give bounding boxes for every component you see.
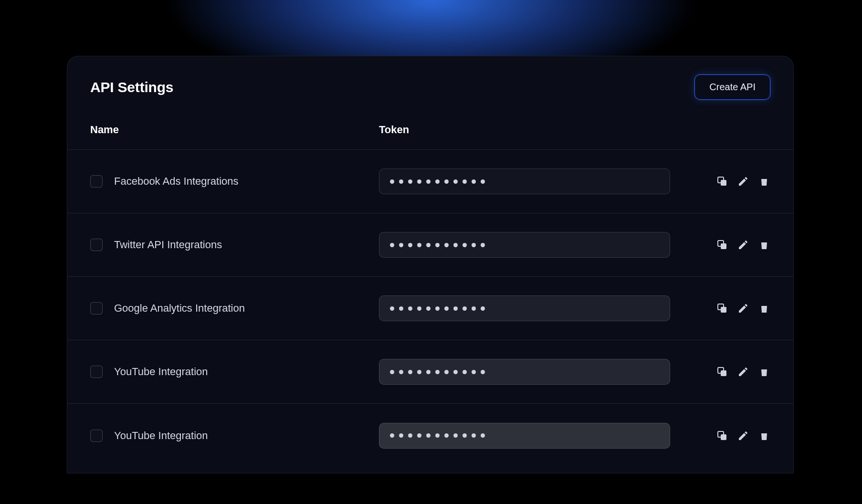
rows-container: Facebook Ads IntegrationsTwitter API Int…: [67, 150, 793, 467]
cell-token: [379, 168, 670, 194]
edit-icon[interactable]: [737, 175, 749, 188]
token-dot: [444, 306, 449, 311]
row-checkbox[interactable]: [90, 430, 103, 442]
token-dot: [417, 433, 421, 438]
edit-icon[interactable]: [737, 430, 749, 442]
row-actions: [716, 430, 770, 442]
copy-icon[interactable]: [716, 366, 728, 378]
row-actions: [716, 302, 770, 315]
token-dot: [435, 370, 440, 374]
token-dot: [453, 179, 458, 184]
token-dot: [435, 179, 440, 184]
token-dot: [472, 433, 476, 438]
token-dot: [390, 370, 394, 374]
delete-icon[interactable]: [758, 366, 770, 378]
token-dot: [417, 179, 421, 184]
row-actions: [716, 175, 770, 188]
panel-header: API Settings Create API: [67, 56, 793, 113]
token-dot: [453, 243, 458, 247]
token-dot: [399, 243, 403, 247]
copy-icon[interactable]: [716, 302, 728, 315]
cell-name: Facebook Ads Integrations: [90, 175, 379, 188]
token-dot: [390, 306, 394, 311]
cell-name: YouTube Integration: [90, 430, 379, 442]
token-dot: [408, 179, 412, 184]
token-dot: [417, 243, 421, 247]
token-dot: [463, 433, 467, 438]
svg-rect-13: [721, 434, 726, 440]
delete-icon[interactable]: [758, 430, 770, 442]
token-dot: [399, 306, 403, 311]
token-field[interactable]: [379, 359, 670, 385]
table-row: Facebook Ads Integrations: [67, 150, 793, 213]
token-dot: [426, 433, 431, 438]
cell-name: YouTube Integration: [90, 366, 379, 378]
table-row: YouTube Integration: [67, 340, 793, 404]
row-checkbox[interactable]: [90, 175, 103, 188]
cell-name: Twitter API Integrations: [90, 239, 379, 251]
token-field[interactable]: [379, 232, 670, 258]
token-dot: [435, 243, 440, 247]
token-dot: [481, 306, 485, 311]
token-dot: [435, 306, 440, 311]
svg-rect-10: [721, 370, 726, 376]
cell-token: [379, 295, 670, 321]
svg-rect-4: [721, 243, 726, 249]
copy-icon[interactable]: [716, 239, 728, 251]
token-dot: [444, 179, 449, 184]
token-field[interactable]: [379, 423, 670, 449]
copy-icon[interactable]: [716, 175, 728, 188]
token-dot: [481, 243, 485, 247]
column-header-token: Token: [379, 124, 409, 136]
token-dot: [481, 433, 485, 438]
token-dot: [399, 433, 403, 438]
token-dot: [417, 370, 421, 374]
integration-name: Twitter API Integrations: [114, 239, 222, 251]
edit-icon[interactable]: [737, 366, 749, 378]
integration-name: Google Analytics Integration: [114, 302, 245, 315]
cell-token: [379, 359, 670, 385]
token-dot: [408, 306, 412, 311]
token-field[interactable]: [379, 168, 670, 194]
table-row: YouTube Integration: [67, 404, 793, 467]
page-title: API Settings: [90, 79, 173, 95]
token-dot: [390, 433, 394, 438]
token-dot: [426, 370, 431, 374]
cell-name: Google Analytics Integration: [90, 302, 379, 315]
column-header-name: Name: [90, 124, 379, 136]
token-dot: [481, 370, 485, 374]
table-row: Google Analytics Integration: [67, 277, 793, 340]
copy-icon[interactable]: [716, 430, 728, 442]
token-dot: [444, 243, 449, 247]
edit-icon[interactable]: [737, 239, 749, 251]
token-dot: [463, 306, 467, 311]
column-headers: Name Token: [67, 113, 793, 150]
token-dot: [472, 306, 476, 311]
token-dot: [426, 243, 431, 247]
create-api-button[interactable]: Create API: [694, 74, 770, 100]
token-dot: [408, 370, 412, 374]
token-dot: [435, 433, 440, 438]
row-checkbox[interactable]: [90, 302, 103, 315]
edit-icon[interactable]: [737, 302, 749, 315]
delete-icon[interactable]: [758, 175, 770, 188]
integration-name: YouTube Integration: [114, 430, 208, 442]
token-field[interactable]: [379, 295, 670, 321]
delete-icon[interactable]: [758, 239, 770, 251]
token-dot: [472, 179, 476, 184]
token-dot: [472, 243, 476, 247]
row-actions: [716, 239, 770, 251]
row-actions: [716, 366, 770, 378]
token-dot: [399, 179, 403, 184]
row-checkbox[interactable]: [90, 239, 103, 251]
token-dot: [426, 179, 431, 184]
row-checkbox[interactable]: [90, 366, 103, 378]
integration-name: YouTube Integration: [114, 366, 208, 378]
token-dot: [444, 433, 449, 438]
table-row: Twitter API Integrations: [67, 213, 793, 277]
cell-token: [379, 423, 670, 449]
token-dot: [463, 243, 467, 247]
delete-icon[interactable]: [758, 302, 770, 315]
svg-rect-7: [721, 307, 726, 313]
token-dot: [453, 306, 458, 311]
